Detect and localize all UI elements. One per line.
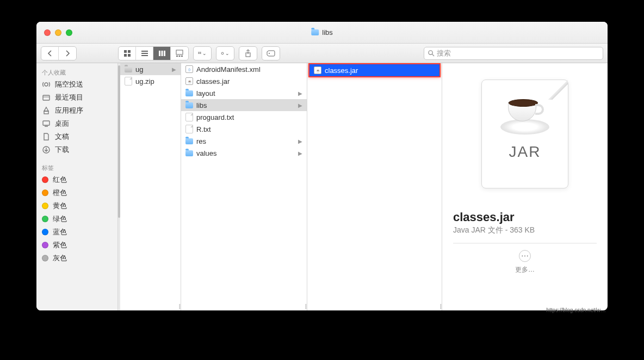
file-name: R.txt — [196, 125, 211, 133]
file-name: ug.zip — [135, 77, 154, 86]
tag-dot-icon — [42, 176, 48, 183]
sidebar-tag[interactable]: 蓝色 — [36, 225, 117, 239]
sidebar-tag[interactable]: 紫色 — [36, 239, 117, 252]
watermark: https://blog.csdn.net/w… — [546, 307, 606, 313]
column-browser: ug▶ug.zip|| ⟨⟩AndroidManifest.xml☕classe… — [120, 63, 608, 310]
minimize-button[interactable] — [55, 29, 61, 36]
tags-header: 标签 — [36, 161, 117, 173]
sidebar-item-airdrop[interactable]: 隔空投送 — [36, 78, 117, 91]
folder-icon — [185, 90, 193, 96]
sidebar-tag[interactable]: 红色 — [36, 173, 117, 186]
list-view-button[interactable] — [136, 47, 153, 60]
sidebar-tag[interactable]: 灰色 — [36, 252, 117, 265]
file-row[interactable]: res▶ — [181, 135, 307, 147]
file-preview-icon: JAR — [481, 80, 568, 188]
file-row[interactable]: ⟨⟩AndroidManifest.xml — [181, 63, 307, 75]
sidebar-item-label: 灰色 — [53, 253, 67, 263]
column-1[interactable]: ug▶ug.zip|| — [120, 63, 181, 310]
sidebar-item-label: 黄色 — [53, 201, 67, 211]
svg-point-20 — [269, 53, 270, 54]
view-group — [118, 46, 189, 60]
file-name: proguard.txt — [196, 113, 234, 121]
chevron-right-icon: ▶ — [172, 66, 176, 72]
svg-rect-2 — [124, 54, 127, 57]
sidebar-item-recents[interactable]: 最近项目 — [36, 91, 117, 104]
sidebar-item-label: 桌面 — [55, 119, 69, 129]
tag-dot-icon — [42, 216, 48, 222]
sidebar-item-desktop[interactable]: 桌面 — [36, 117, 117, 130]
file-name: libs — [196, 101, 207, 109]
text-file-icon — [185, 125, 193, 133]
forward-button[interactable] — [59, 47, 76, 60]
sidebar-item-label: 文稿 — [55, 132, 69, 142]
sidebar-item-applications[interactable]: 应用程序 — [36, 104, 117, 117]
more-button[interactable]: ⋯ — [519, 250, 531, 262]
svg-rect-12 — [179, 56, 181, 57]
documents-icon — [42, 132, 51, 141]
nav-group — [41, 46, 77, 60]
window-body: 个人收藏 隔空投送最近项目应用程序桌面文稿下载 标签 红色橙色黄色绿色蓝色紫色灰… — [36, 63, 608, 310]
tags-button[interactable] — [262, 47, 280, 60]
file-row[interactable]: ug.zip — [120, 75, 181, 87]
svg-rect-6 — [141, 55, 148, 56]
sidebar-tag[interactable]: 黄色 — [36, 199, 117, 212]
svg-rect-3 — [128, 54, 131, 57]
xml-file-icon: ⟨⟩ — [185, 65, 193, 73]
divider — [453, 243, 597, 243]
downloads-icon — [42, 145, 51, 154]
share-button[interactable] — [239, 47, 257, 60]
tags-group — [262, 46, 280, 60]
folder-icon — [185, 102, 193, 108]
close-button[interactable] — [44, 29, 51, 36]
arrange-button[interactable]: ⌄ — [194, 47, 211, 60]
file-row[interactable]: ☕classes.jar — [181, 75, 307, 87]
sidebar-tag[interactable]: 绿色 — [36, 212, 117, 225]
file-name: classes.jar — [325, 66, 358, 75]
sidebar-item-label: 红色 — [53, 175, 67, 185]
svg-rect-15 — [200, 52, 201, 52]
file-row[interactable]: libs▶ — [181, 99, 307, 111]
sidebar-item-label: 最近项目 — [55, 93, 83, 102]
svg-rect-27 — [43, 121, 49, 125]
file-row[interactable]: layout▶ — [181, 87, 307, 99]
file-row[interactable]: values▶ — [181, 147, 307, 159]
action-button[interactable]: ⌄ — [216, 47, 234, 60]
file-row[interactable]: ug▶ — [120, 63, 181, 75]
sidebar-item-label: 隔空投送 — [55, 80, 83, 89]
search-icon — [428, 50, 435, 57]
tag-dot-icon — [42, 229, 48, 235]
svg-point-21 — [429, 51, 432, 54]
sidebar-item-documents[interactable]: 文稿 — [36, 130, 117, 143]
titlebar: libs — [36, 22, 608, 44]
column-view-button[interactable] — [153, 47, 171, 60]
column-2[interactable]: ⟨⟩AndroidManifest.xml☕classes.jarlayout▶… — [181, 63, 307, 310]
sidebar-item-downloads[interactable]: 下载 — [36, 143, 117, 156]
chevron-right-icon: ▶ — [298, 102, 302, 108]
sidebar-item-label: 蓝色 — [53, 227, 67, 237]
jar-file-icon: ☕ — [314, 66, 321, 74]
action-group: ⌄ — [216, 46, 234, 60]
svg-rect-1 — [128, 50, 131, 53]
search-field[interactable]: 搜索 — [424, 47, 603, 60]
sidebar-item-label: 紫色 — [53, 240, 67, 250]
file-row[interactable]: R.txt — [181, 123, 307, 135]
svg-rect-13 — [181, 56, 183, 57]
icon-view-button[interactable] — [119, 47, 136, 60]
sidebar: 个人收藏 隔空投送最近项目应用程序桌面文稿下载 标签 红色橙色黄色绿色蓝色紫色灰… — [36, 63, 118, 310]
sidebar-tag[interactable]: 橙色 — [36, 186, 117, 199]
maximize-button[interactable] — [66, 29, 72, 36]
airdrop-icon — [42, 80, 51, 89]
column-3[interactable]: ☕classes.jar|| — [307, 63, 442, 310]
svg-point-23 — [45, 83, 48, 86]
chevron-right-icon: ▶ — [298, 138, 302, 144]
back-button[interactable] — [41, 47, 59, 60]
jar-badge: JAR — [509, 143, 541, 161]
sidebar-item-label: 橙色 — [53, 188, 67, 198]
preview-pane: JAR classes.jar Java JAR 文件 - 363 KB ⋯ 更… — [442, 63, 608, 310]
sidebar-item-label: 下载 — [55, 145, 69, 155]
zip-file-icon — [125, 77, 132, 86]
file-row[interactable]: proguard.txt — [181, 111, 307, 123]
file-row[interactable]: ☕classes.jar — [309, 64, 439, 76]
chevron-right-icon: ▶ — [298, 90, 302, 96]
gallery-view-button[interactable] — [171, 47, 188, 60]
